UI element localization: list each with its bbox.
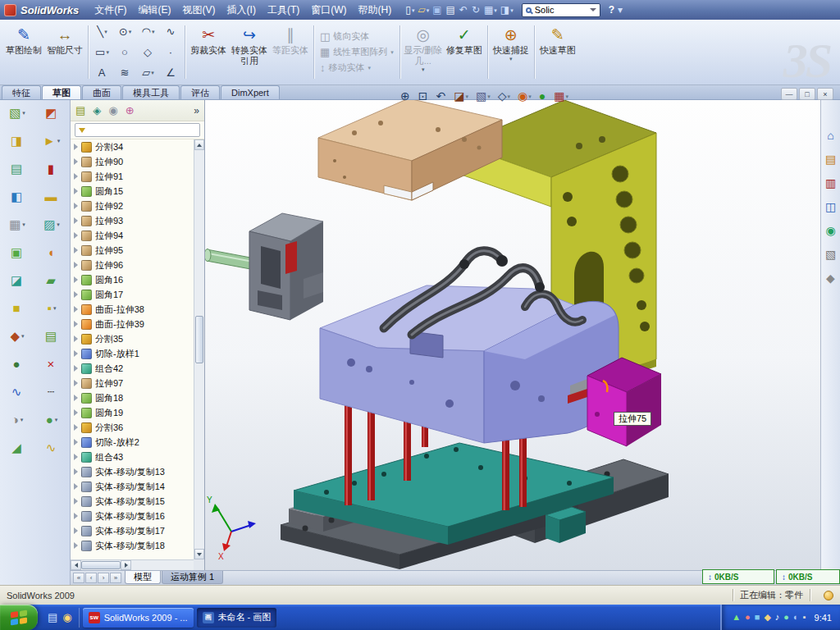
feature-tool-icon[interactable]: ▰: [46, 274, 57, 286]
tree-manager-tab-icon[interactable]: ◉: [108, 105, 117, 116]
model-view[interactable]: Y X: [205, 100, 820, 570]
tree-row[interactable]: 拉伸96: [71, 258, 194, 272]
quick-launch-icon[interactable]: ▤: [48, 612, 57, 623]
view-tool-icon[interactable]: ●: [539, 90, 546, 102]
toolbar-button[interactable]: ✓ 修复草图: [444, 21, 485, 83]
start-button[interactable]: [0, 605, 38, 630]
tree-row[interactable]: 拉伸90: [71, 154, 194, 169]
expand-arrow-icon[interactable]: [74, 439, 78, 445]
scrollbar-thumb[interactable]: [195, 316, 203, 363]
feature-tool-icon[interactable]: ▬: [45, 190, 59, 203]
search-input[interactable]: [535, 5, 587, 15]
tray-icon[interactable]: ●: [783, 613, 789, 622]
tree-row[interactable]: 分割36: [71, 420, 194, 435]
ribbon-tab[interactable]: 特征: [2, 85, 41, 99]
net-speed-widget[interactable]: ↕ 0KB/S: [702, 569, 774, 584]
tree-row[interactable]: 实体-移动/复制13: [71, 464, 194, 479]
titlebar-tool-icon[interactable]: ▯ ▾: [405, 5, 414, 15]
feature-tool-icon[interactable]: ■: [12, 302, 21, 314]
tree-row[interactable]: 切除-放样1: [71, 346, 194, 361]
view-tool-icon[interactable]: ⊕: [400, 90, 411, 102]
sketch-tool-icon[interactable]: ○: [114, 43, 136, 62]
tree-row[interactable]: 拉伸91: [71, 169, 194, 184]
tree-row[interactable]: 圆角16: [71, 272, 194, 287]
task-pane-icon[interactable]: ◫: [825, 201, 836, 212]
view-tool-icon[interactable]: ◪ ▾: [454, 90, 468, 102]
sketch-tool-icon[interactable]: ╲ ▾: [91, 22, 113, 42]
tree-header-overflow-icon[interactable]: »: [194, 105, 199, 116]
feature-tool-icon[interactable]: ∿: [46, 441, 58, 454]
sketch-tool-icon[interactable]: ∿: [160, 22, 182, 42]
menu-item[interactable]: 编辑(E): [133, 0, 177, 20]
expand-arrow-icon[interactable]: [74, 188, 78, 194]
tree-row[interactable]: 圆角19: [71, 405, 194, 420]
tray-icon[interactable]: ◆: [764, 613, 770, 622]
taskbar-task-button[interactable]: 画 未命名 - 画图: [197, 608, 277, 628]
toolbar-button[interactable]: ✎ 快速草图: [537, 21, 578, 83]
tab-nav-button[interactable]: ‹: [85, 573, 97, 583]
feature-tool-icon[interactable]: ▤: [45, 330, 58, 342]
toolbar-button[interactable]: ↕ 移动实体 ▾: [317, 62, 397, 74]
expand-arrow-icon[interactable]: [74, 217, 78, 224]
menu-item[interactable]: 帮助(H): [353, 0, 398, 20]
feature-tool-icon[interactable]: ◖: [47, 246, 56, 258]
expand-arrow-icon[interactable]: [74, 527, 78, 534]
feature-tool-icon[interactable]: ▦ ▾: [9, 218, 25, 231]
feature-tool-icon[interactable]: ▣: [11, 246, 24, 258]
tree-row[interactable]: 拉伸92: [71, 199, 194, 213]
expand-arrow-icon[interactable]: [74, 144, 78, 150]
help-icon[interactable]: ▾: [618, 5, 623, 15]
expand-arrow-icon[interactable]: [74, 395, 78, 401]
sketch-tool-icon[interactable]: ≋: [114, 63, 136, 83]
expand-arrow-icon[interactable]: [74, 173, 78, 180]
quick-launch-icon[interactable]: ◉: [62, 612, 71, 623]
feature-tool-icon[interactable]: ┄: [47, 386, 56, 398]
toolbar-button[interactable]: ◫ 镜向实体: [317, 30, 397, 43]
expand-arrow-icon[interactable]: [74, 542, 78, 549]
task-pane-icon[interactable]: ▤: [825, 153, 836, 165]
toolbar-button[interactable]: ↔ 智能尺寸: [44, 21, 85, 83]
expand-arrow-icon[interactable]: [74, 350, 78, 357]
help-icon[interactable]: ?: [609, 5, 614, 15]
toolbar-button[interactable]: ⊕ 快速捕捉 ▾: [491, 21, 532, 83]
tree-row[interactable]: 圆角15: [71, 184, 194, 199]
titlebar-tool-icon[interactable]: ▦ ▾: [484, 5, 497, 15]
tree-row[interactable]: 圆角18: [71, 390, 194, 405]
tray-icon[interactable]: ▲: [732, 613, 741, 622]
tray-icon[interactable]: ●: [745, 613, 751, 622]
model-tab[interactable]: 模型: [125, 571, 161, 584]
view-tool-icon[interactable]: ◇ ▾: [498, 90, 510, 102]
tree-row[interactable]: 组合42: [71, 361, 194, 376]
scroll-left-button[interactable]: [71, 560, 81, 570]
feature-tool-icon[interactable]: ▧ ▾: [9, 107, 25, 119]
toolbar-button[interactable]: ✂ 剪裁实体: [188, 21, 229, 83]
tab-nav-button[interactable]: »: [110, 573, 121, 583]
tree-row[interactable]: 拉伸94: [71, 228, 194, 243]
menu-item[interactable]: 插入(I): [221, 0, 262, 20]
tree-row[interactable]: 圆角17: [71, 287, 194, 302]
tab-nav-button[interactable]: ›: [98, 573, 109, 583]
toolbar-button[interactable]: ▦ 线性草图阵列 ▾: [317, 46, 397, 58]
expand-arrow-icon[interactable]: [74, 409, 78, 416]
scroll-right-button[interactable]: [121, 560, 131, 570]
toolbar-button[interactable]: ∥ 等距实体: [270, 21, 311, 83]
expand-arrow-icon[interactable]: [74, 380, 78, 386]
feature-tool-icon[interactable]: ◆ ▾: [10, 330, 24, 342]
tree-horizontal-scrollbar[interactable]: [71, 559, 194, 570]
tray-icon[interactable]: ■: [755, 613, 760, 622]
toolbar-button[interactable]: ✎ 草图绘制: [3, 21, 44, 83]
clock[interactable]: 9:41: [815, 613, 832, 623]
ribbon-tab[interactable]: 草图: [42, 85, 81, 99]
feature-tool-icon[interactable]: ► ▾: [43, 135, 60, 147]
sketch-tool-icon[interactable]: ∠: [160, 63, 182, 83]
tree-row[interactable]: 分割35: [71, 331, 194, 346]
ribbon-tab[interactable]: 模具工具: [122, 85, 180, 99]
menu-item[interactable]: 工具(T): [262, 0, 305, 20]
menu-item[interactable]: 视图(V): [177, 0, 221, 20]
sketch-tool-icon[interactable]: A: [91, 63, 113, 83]
model-insert-magenta[interactable]: [587, 358, 661, 446]
minimize-button[interactable]: —: [781, 88, 797, 100]
tree-row[interactable]: 切除-放样2: [71, 435, 194, 450]
toolbar-button[interactable]: ◎ 显示/删除几... ▾: [403, 21, 444, 83]
sketch-tool-icon[interactable]: ▭ ▾: [91, 43, 113, 62]
